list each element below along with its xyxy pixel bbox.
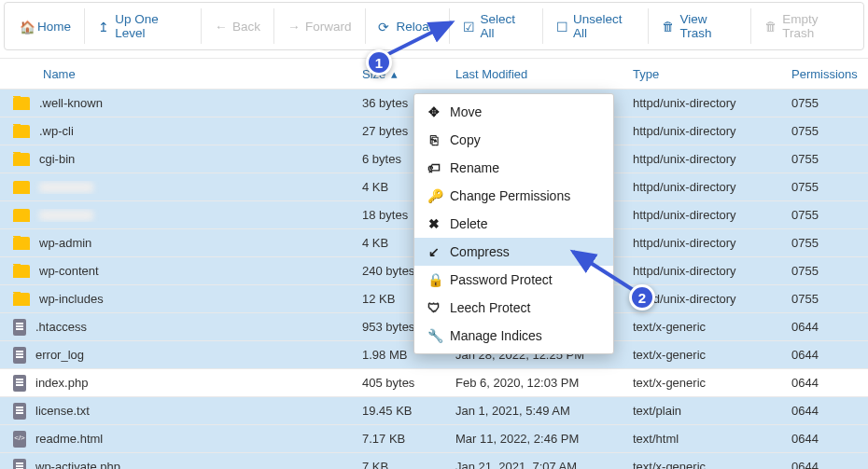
file-name: .wp-cli (39, 124, 74, 138)
ctx-copy[interactable]: ⎘Copy (414, 126, 613, 154)
file-name: readme.html (35, 432, 103, 446)
cell-perm: 0755 (784, 292, 868, 306)
cell-type: httpd/unix-directory (625, 152, 784, 166)
cell-type: text/html (625, 432, 784, 446)
file-name: wp-admin (39, 236, 91, 250)
ctx-move[interactable]: ✥Move (414, 98, 613, 126)
folder-icon (13, 209, 30, 222)
ctx-compress[interactable]: ↙Compress (414, 238, 613, 266)
cell-name: .htaccess (0, 319, 355, 336)
file-name: index.php (35, 376, 88, 390)
file-icon (13, 375, 26, 392)
cell-name: cgi-bin (0, 152, 355, 166)
home-icon: 🏠 (20, 20, 33, 33)
cell-name: error_log (0, 347, 355, 364)
cell-perm: 0755 (784, 236, 868, 250)
cell-type: httpd/unix-directory (625, 96, 784, 110)
file-name: license.txt (35, 404, 90, 418)
cell-name: .wp-cli (0, 124, 355, 138)
up-icon: ↥ (98, 20, 110, 33)
cell-type: httpd/unix-directory (625, 208, 784, 222)
table-row[interactable]: index.php405 bytesFeb 6, 2020, 12:03 PMt… (0, 369, 868, 397)
table-header: Name Size▴ Last Modified Type Permission… (0, 58, 868, 90)
cell-name: index.php (0, 375, 355, 392)
check-icon: ☑ (463, 20, 475, 33)
table-row[interactable]: wp-activate.php7 KBJan 21, 2021, 7:07 AM… (0, 453, 868, 469)
cell-name: wp-activate.php (0, 459, 355, 470)
back-label: Back (232, 20, 260, 34)
cell-modified: Feb 6, 2020, 12:03 PM (448, 376, 625, 390)
unselect-all-label: Unselect All (573, 12, 636, 40)
view-trash-label: View Trash (679, 12, 737, 40)
cell-perm: 0644 (784, 376, 868, 390)
cell-type: httpd/unix-directory (625, 180, 784, 194)
view-trash-button[interactable]: 🗑View Trash (652, 7, 747, 46)
forward-button[interactable]: →Forward (278, 7, 361, 46)
cell-name: wp-content (0, 264, 355, 278)
file-name: [redacted] (39, 210, 93, 221)
cell-perm: 0755 (784, 124, 868, 138)
folder-icon (13, 293, 30, 306)
cell-type: text/x-generic (625, 460, 784, 469)
cell-perm: 0755 (784, 96, 868, 110)
col-type[interactable]: Type (625, 67, 784, 81)
tag-icon: 🏷 (427, 160, 441, 175)
ctx-leech-protect[interactable]: 🛡Leech Protect (414, 294, 613, 322)
cell-type: text/x-generic (625, 348, 784, 362)
back-icon: ← (215, 20, 228, 33)
cell-type: text/plain (625, 404, 784, 418)
cell-perm: 0755 (784, 180, 868, 194)
select-all-button[interactable]: ☑Select All (454, 7, 539, 46)
annotation-badge-1: 1 (366, 49, 392, 76)
folder-icon (13, 265, 30, 278)
cell-type: text/x-generic (625, 320, 784, 334)
folder-icon (13, 237, 30, 250)
col-modified[interactable]: Last Modified (448, 67, 625, 81)
reload-icon: ⟳ (378, 20, 391, 33)
ctx-delete[interactable]: ✖Delete (414, 210, 613, 238)
wrench-icon: 🔧 (427, 328, 441, 343)
cell-perm: 0644 (784, 460, 868, 469)
trash-icon: 🗑 (662, 20, 675, 33)
cell-name: [redacted] (0, 209, 355, 222)
copy-icon: ⎘ (427, 132, 441, 147)
file-icon (13, 403, 26, 420)
file-name: wp-activate.php (35, 460, 120, 469)
home-button[interactable]: 🏠Home (10, 7, 80, 46)
file-name: .well-known (39, 96, 103, 110)
file-name: .htaccess (35, 320, 87, 334)
col-name[interactable]: Name (0, 67, 355, 81)
cell-perm: 0755 (784, 264, 868, 278)
cell-name: .well-known (0, 96, 355, 110)
file-name: wp-content (39, 264, 99, 278)
cell-perm: 0755 (784, 152, 868, 166)
ctx-manage-indices[interactable]: 🔧Manage Indices (414, 322, 613, 350)
table-row[interactable]: readme.html7.17 KBMar 11, 2022, 2:46 PMt… (0, 425, 868, 453)
cell-modified: Mar 11, 2022, 2:46 PM (448, 432, 625, 446)
col-permissions[interactable]: Permissions (784, 67, 868, 81)
empty-trash-button[interactable]: 🗑Empty Trash (755, 7, 858, 46)
select-all-label: Select All (480, 12, 528, 40)
file-name: wp-includes (39, 292, 104, 306)
cell-size: 7.17 KB (355, 432, 448, 446)
ctx-change-permissions[interactable]: 🔑Change Permissions (414, 182, 613, 210)
cell-size: 19.45 KB (355, 404, 448, 418)
ctx-password-protect[interactable]: 🔒Password Protect (414, 266, 613, 294)
shield-icon: 🛡 (427, 300, 441, 315)
up-one-level-button[interactable]: ↥Up One Level (89, 7, 197, 46)
folder-icon (13, 181, 30, 194)
file-icon (13, 319, 26, 336)
folder-icon (13, 97, 30, 110)
key-icon: 🔑 (427, 188, 441, 203)
table-row[interactable]: license.txt19.45 KBJan 1, 2021, 5:49 AMt… (0, 397, 868, 425)
reload-button[interactable]: ⟳Reload (369, 7, 445, 46)
file-name: cgi-bin (39, 152, 75, 166)
back-button[interactable]: ←Back (205, 7, 270, 46)
ctx-rename[interactable]: 🏷Rename (414, 154, 613, 182)
cell-size: 405 bytes (355, 376, 448, 390)
file-name: [redacted] (39, 182, 93, 193)
empty-trash-label: Empty Trash (782, 12, 848, 40)
cell-type: httpd/unix-directory (625, 124, 784, 138)
unselect-all-button[interactable]: ☐Unselect All (547, 7, 645, 46)
cell-perm: 0644 (784, 432, 868, 446)
